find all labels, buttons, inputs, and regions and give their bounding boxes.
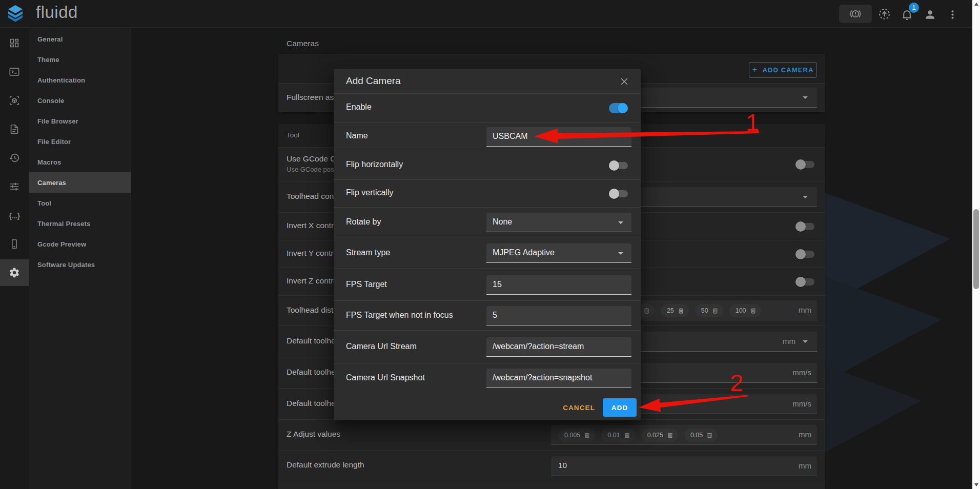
trash-icon[interactable] xyxy=(750,308,757,314)
invert-y-toggle[interactable] xyxy=(795,249,815,259)
trash-icon[interactable] xyxy=(678,308,684,314)
settings-menu: General Theme Authentication Console Fil… xyxy=(29,28,131,489)
overflow-menu-button[interactable] xyxy=(946,8,959,21)
rail-item-dashboard[interactable] xyxy=(0,30,29,56)
trash-icon[interactable] xyxy=(706,432,713,439)
page-title: Cameras xyxy=(287,39,319,48)
setting-row-partial xyxy=(278,481,825,489)
rotate-by-select[interactable]: None xyxy=(486,213,631,232)
trash-icon[interactable] xyxy=(712,308,719,314)
braces-icon: {...} xyxy=(9,211,20,220)
z-adjust-chip[interactable]: 0.05 xyxy=(684,429,718,442)
add-camera-button[interactable]: + ADD CAMERA xyxy=(749,62,817,78)
file-document-icon xyxy=(9,124,20,135)
menu-item-authentication[interactable]: Authentication xyxy=(29,70,131,90)
fps-target-input[interactable]: 15 xyxy=(486,275,631,295)
rail-item-macros[interactable]: {...} xyxy=(0,202,29,229)
dialog-row-name: Name USBCAM xyxy=(334,122,641,151)
device-icon xyxy=(9,238,20,250)
cancel-button[interactable]: CANCEL xyxy=(555,398,603,417)
rail-item-settings[interactable] xyxy=(0,259,29,286)
dialog-row-fps-target: FPS Target 15 xyxy=(334,269,641,300)
add-button[interactable]: ADD xyxy=(603,398,637,417)
dialog-row-camera-url-stream: Camera Url Stream /webcam/?action=stream xyxy=(334,330,641,363)
emergency-stop-icon xyxy=(849,8,862,20)
z-adjust-values-field: 0.005 0.01 0.025 0.05 mm xyxy=(551,425,817,445)
setting-row-z-adjust-values[interactable]: Z Adjust values 0.005 0.01 0.025 0.05 mm xyxy=(278,419,825,450)
app-title[interactable]: fluidd xyxy=(36,3,78,22)
trash-icon[interactable] xyxy=(667,432,673,439)
account-icon xyxy=(924,8,936,21)
menu-item-tool[interactable]: Tool xyxy=(29,193,131,213)
z-adjust-chip[interactable]: 0.005 xyxy=(558,429,595,442)
dialog-row-camera-url-snapshot: Camera Url Snapshot /webcam/?action=snap… xyxy=(334,363,641,393)
distance-chip[interactable]: 25 xyxy=(661,304,689,317)
app-bar: fluidd 1 xyxy=(0,0,972,28)
dialog-actions: CANCEL ADD xyxy=(334,393,641,420)
account-button[interactable] xyxy=(923,8,936,21)
menu-item-console[interactable]: Console xyxy=(29,90,131,111)
trash-icon[interactable] xyxy=(643,308,650,314)
camera-url-stream-input[interactable]: /webcam/?action=stream xyxy=(486,337,631,357)
add-camera-dialog: Add Camera Enable Name USBCAM Flip horiz… xyxy=(334,69,641,420)
dialog-row-fps-target-not-in-focus: FPS Target when not in focus 5 xyxy=(334,300,641,330)
setting-row-default-extrude-length[interactable]: Default extrude length 10 mm xyxy=(278,450,825,481)
enable-toggle[interactable] xyxy=(609,103,628,113)
menu-item-file-browser[interactable]: File Browser xyxy=(29,111,131,131)
scroll-up-arrow[interactable] xyxy=(974,3,978,6)
rail-item-tune[interactable] xyxy=(0,173,29,200)
z-adjust-chip[interactable]: 0.025 xyxy=(641,429,678,442)
name-input[interactable]: USBCAM xyxy=(486,127,631,147)
camera-url-snapshot-input[interactable]: /webcam/?action=snapshot xyxy=(486,369,631,388)
emergency-stop-button[interactable] xyxy=(839,5,872,23)
chevron-down-icon xyxy=(618,221,623,224)
fluidd-logo-icon[interactable] xyxy=(7,5,24,23)
fluidd-app: Cameras + ADD CAMERA Fullscreen aspect r… xyxy=(0,0,980,489)
rail-item-history[interactable] xyxy=(0,145,29,171)
scrollbar-thumb[interactable] xyxy=(973,209,979,289)
dots-vertical-icon xyxy=(946,8,959,21)
dashboard-icon xyxy=(9,37,20,49)
use-gcode-toggle[interactable] xyxy=(795,159,815,170)
nav-rail: {...} xyxy=(0,28,29,489)
menu-item-theme[interactable]: Theme xyxy=(29,49,131,70)
flip-vertical-toggle[interactable] xyxy=(609,188,628,199)
updates-icon xyxy=(878,8,891,21)
distance-chip[interactable]: 50 xyxy=(695,304,723,317)
close-button[interactable] xyxy=(618,75,630,88)
scroll-down-arrow[interactable] xyxy=(974,483,978,486)
distance-chip[interactable]: 100 xyxy=(729,304,761,317)
menu-item-general[interactable]: General xyxy=(29,29,131,49)
rail-item-system[interactable] xyxy=(0,231,29,257)
invert-x-toggle[interactable] xyxy=(795,221,815,232)
chevron-down-icon xyxy=(803,340,808,343)
default-extrude-length-input[interactable]: 10 mm xyxy=(551,456,817,476)
menu-item-cameras[interactable]: Cameras xyxy=(29,172,131,193)
flip-horizontal-toggle[interactable] xyxy=(609,160,628,171)
updates-button[interactable] xyxy=(877,7,891,21)
menu-item-gcode-preview[interactable]: Gcode Preview xyxy=(29,234,131,254)
trash-icon[interactable] xyxy=(584,432,590,439)
z-adjust-chip[interactable]: 0.01 xyxy=(601,429,635,442)
stream-type-select[interactable]: MJPEG Adaptive xyxy=(486,243,631,263)
plus-icon: + xyxy=(752,65,758,75)
rail-item-console[interactable] xyxy=(0,58,29,85)
fps-target-not-in-focus-input[interactable]: 5 xyxy=(486,306,631,325)
notification-badge: 1 xyxy=(909,3,919,13)
menu-item-file-editor[interactable]: File Editor xyxy=(29,131,131,152)
rail-item-preview[interactable] xyxy=(0,87,29,114)
close-icon xyxy=(620,77,629,86)
menu-item-macros[interactable]: Macros xyxy=(29,152,131,172)
dialog-title-bar: Add Camera xyxy=(334,69,641,93)
console-icon xyxy=(9,66,20,77)
scrollbar[interactable] xyxy=(972,0,980,489)
trash-icon[interactable] xyxy=(624,432,630,439)
invert-z-toggle[interactable] xyxy=(795,276,815,287)
cube-scan-icon xyxy=(9,95,20,106)
chevron-down-icon xyxy=(803,196,808,198)
dialog-row-flip-horizontally: Flip horizontally xyxy=(334,151,641,179)
tune-icon xyxy=(9,181,20,192)
menu-item-thermal-presets[interactable]: Thermal Presets xyxy=(29,213,131,234)
rail-item-jobs[interactable] xyxy=(0,116,29,142)
menu-item-software-updates[interactable]: Software Updates xyxy=(29,254,131,275)
